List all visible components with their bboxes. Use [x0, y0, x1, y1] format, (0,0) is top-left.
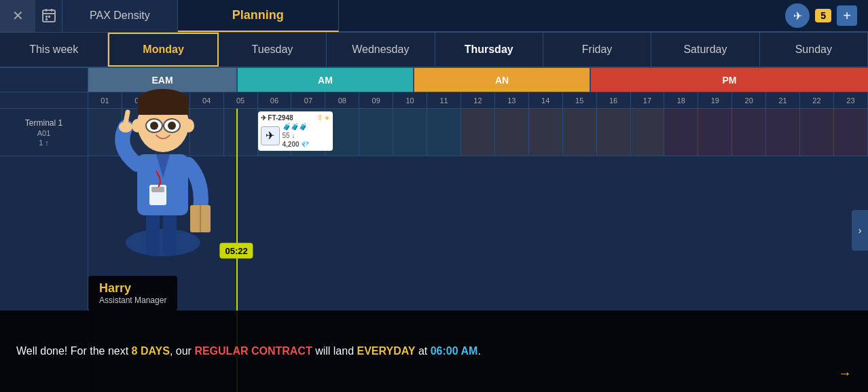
flight-pax: 🧳🧳🧳	[283, 123, 310, 130]
dialog-box: Well done! For the next 8 DAYS, our REGU…	[0, 310, 868, 392]
hour-cell-08: 08	[325, 92, 359, 108]
flight-star: 8 ★	[318, 114, 329, 122]
hours-row: 0102030405060708091011121314151617181920…	[0, 92, 868, 109]
tab-thursday[interactable]: Thursday	[435, 33, 543, 67]
flight-id: ✈ FT-2948	[261, 114, 293, 122]
hours-container: 0102030405060708091011121314151617181920…	[88, 92, 868, 108]
tab-tuesday[interactable]: Tuesday	[219, 33, 327, 67]
hour-cell-18: 18	[664, 92, 698, 108]
hour-cell-19: 19	[698, 92, 732, 108]
dialog-time: 06:00 AM	[431, 345, 478, 357]
grid-cell-12[interactable]	[461, 109, 495, 156]
grid-cell-18[interactable]	[664, 109, 698, 156]
gate-count: 1 ↑	[39, 139, 49, 147]
dialog-days: 8 DAYS	[132, 345, 170, 357]
zone-an: AN	[414, 68, 591, 92]
top-right-controls: ✈ 5 +	[785, 3, 868, 28]
calendar-icon[interactable]	[35, 0, 62, 32]
hour-cell-22: 22	[800, 92, 834, 108]
gate-row-label: Terminal 1 A01 1 ↑	[0, 109, 88, 156]
hour-cell-01: 01	[88, 92, 122, 108]
hour-cell-16: 16	[597, 92, 631, 108]
hour-cell-15: 15	[563, 92, 597, 108]
grid-cell-02[interactable]	[122, 109, 156, 156]
grid-row: ✈ FT-2948 8 ★ ✈ 🧳🧳🧳 55 ↓ 4,200 💎	[88, 109, 868, 156]
grid-cell-05[interactable]	[224, 109, 258, 156]
grid-cell-22[interactable]	[800, 109, 834, 156]
hour-cell-13: 13	[495, 92, 529, 108]
right-chevron[interactable]: ›	[852, 210, 868, 251]
plane-icon: ✈	[785, 3, 810, 28]
zone-pm: PM	[591, 68, 868, 92]
hour-cell-02: 02	[122, 92, 156, 108]
svg-rect-5	[48, 16, 50, 18]
dialog-everyday: EVERYDAY	[357, 345, 416, 357]
tab-this-week[interactable]: This week	[0, 33, 108, 67]
grid-cell-17[interactable]	[631, 109, 665, 156]
timeline-header: EAM AM AN PM	[0, 68, 868, 92]
grid-cell-10[interactable]	[393, 109, 427, 156]
hour-cell-20: 20	[732, 92, 766, 108]
grid-cell-23[interactable]	[834, 109, 868, 156]
hour-cell-03: 03	[156, 92, 190, 108]
top-nav: ✕ PAX Density Planning ✈ 5 +	[0, 0, 868, 33]
dialog-contract: REGULAR CONTRACT	[194, 345, 312, 357]
grid-cell-11[interactable]	[427, 109, 461, 156]
tab-saturday[interactable]: Saturday	[651, 33, 759, 67]
grid-cell-14[interactable]	[529, 109, 563, 156]
count-badge: 5	[815, 9, 831, 22]
svg-rect-4	[46, 16, 48, 18]
flight-seats: 55 ↓	[283, 132, 310, 139]
hour-cell-09: 09	[359, 92, 393, 108]
hour-cell-21: 21	[766, 92, 800, 108]
tab-friday[interactable]: Friday	[543, 33, 651, 67]
dialog-middle2: will land	[312, 345, 357, 357]
grid-cell-03[interactable]	[156, 109, 190, 156]
close-button[interactable]: ✕	[0, 0, 35, 32]
hour-cell-14: 14	[529, 92, 563, 108]
gate-label: A01	[37, 129, 51, 137]
time-label: 05:22	[219, 243, 253, 258]
row-label-header	[0, 68, 88, 92]
grid-cell-20[interactable]	[732, 109, 766, 156]
planning-tab[interactable]: Planning	[178, 0, 339, 32]
grid-cell-16[interactable]	[597, 109, 631, 156]
hour-cell-07: 07	[291, 92, 325, 108]
grid-cell-21[interactable]	[766, 109, 800, 156]
tab-sunday[interactable]: Sunday	[760, 33, 868, 67]
grid-cell-09[interactable]	[359, 109, 393, 156]
grid-cell-19[interactable]	[698, 109, 732, 156]
dialog-prefix: Well done! For the next	[16, 345, 132, 357]
hour-cell-12: 12	[461, 92, 495, 108]
hour-cell-17: 17	[631, 92, 665, 108]
grid-cell-04[interactable]	[190, 109, 224, 156]
hour-cell-11: 11	[427, 92, 461, 108]
hour-cell-04: 04	[190, 92, 224, 108]
zone-eam: EAM	[88, 68, 238, 92]
hour-cell-06: 06	[258, 92, 292, 108]
grid-cell-15[interactable]	[563, 109, 597, 156]
svg-rect-6	[46, 18, 48, 20]
grid-cell-01[interactable]	[88, 109, 122, 156]
flight-price: 4,200 💎	[283, 141, 310, 148]
tab-monday[interactable]: Monday	[108, 33, 218, 67]
tab-wednesday[interactable]: Wednesday	[327, 33, 435, 67]
hour-cell-10: 10	[393, 92, 427, 108]
dialog-arrow[interactable]: →	[838, 366, 852, 381]
hour-cell-23: 23	[834, 92, 868, 108]
main-content: EAM AM AN PM 010203040506070809101112131…	[0, 68, 868, 392]
grid-cell-13[interactable]	[495, 109, 529, 156]
add-button[interactable]: +	[837, 5, 857, 26]
dialog-text: Well done! For the next 8 DAYS, our REGU…	[16, 343, 852, 359]
dialog-suffix: .	[477, 345, 480, 357]
flight-card[interactable]: ✈ FT-2948 8 ★ ✈ 🧳🧳🧳 55 ↓ 4,200 💎	[258, 111, 333, 151]
hour-cell-05: 05	[224, 92, 258, 108]
row-label-hours-spacer	[0, 92, 88, 108]
pax-density-tab[interactable]: PAX Density	[62, 0, 178, 32]
dialog-middle3: at	[415, 345, 430, 357]
grid-cell-06[interactable]: ✈ FT-2948 8 ★ ✈ 🧳🧳🧳 55 ↓ 4,200 💎	[258, 109, 292, 156]
plane-icon-small: ✈	[261, 126, 280, 145]
dialog-middle1: , our	[170, 345, 194, 357]
week-tabs: This week Monday Tuesday Wednesday Thurs…	[0, 33, 868, 68]
zone-am: AM	[238, 68, 414, 92]
